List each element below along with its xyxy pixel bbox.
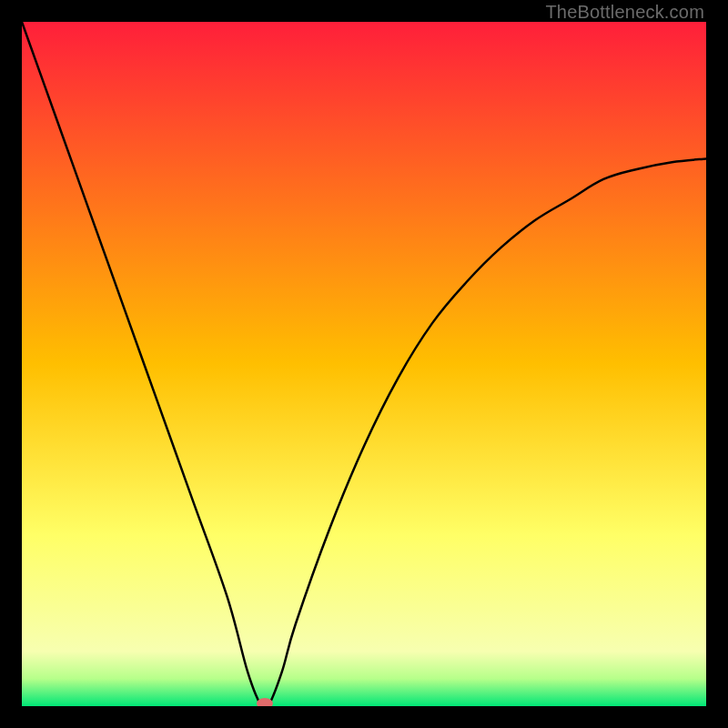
watermark-text: TheBottleneck.com	[545, 2, 704, 23]
plot-area	[22, 22, 706, 706]
chart-svg	[22, 22, 706, 706]
chart-frame: TheBottleneck.com	[0, 0, 728, 728]
gradient-background	[22, 22, 706, 706]
